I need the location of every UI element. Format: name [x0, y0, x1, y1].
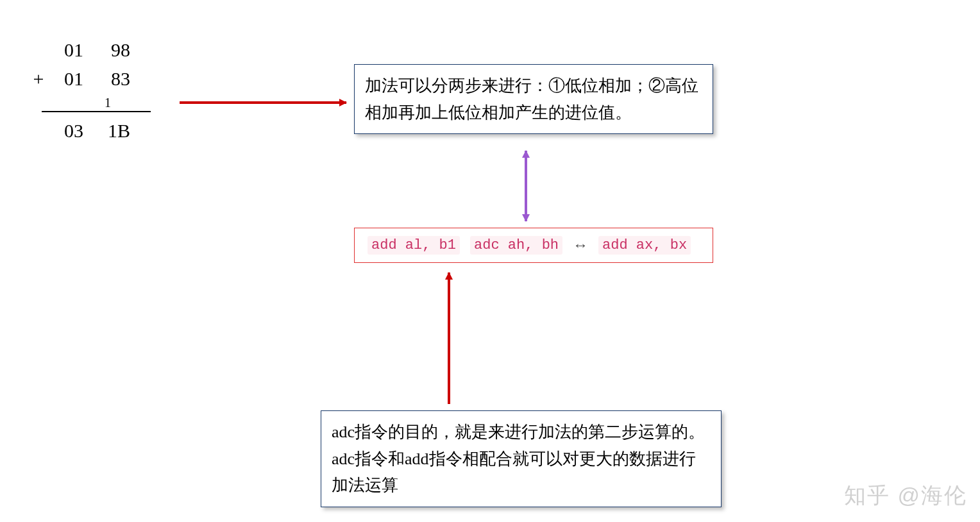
- addend2-low: 83: [95, 64, 130, 93]
- explanation-text-adc: adc指令的目的，就是来进行加法的第二步运算的。adc指令和add指令相配合就可…: [332, 423, 705, 494]
- hex-addition-example: 01 98 + 01 83 1 03 1B: [29, 35, 151, 145]
- explanation-text-steps: 加法可以分两步来进行：①低位相加；②高位相加再加上低位相加产生的进位值。: [365, 76, 698, 122]
- code-adc-ah-bh: adc ah, bh: [470, 236, 562, 255]
- addend2-high: 01: [48, 64, 83, 93]
- result-low: 1B: [95, 116, 130, 145]
- sum-divider: [42, 111, 151, 112]
- explanation-box-steps: 加法可以分两步来进行：①低位相加；②高位相加再加上低位相加产生的进位值。: [354, 64, 713, 134]
- addend1-high: 01: [48, 35, 83, 64]
- plus-sign: +: [29, 64, 48, 93]
- assembly-code-box: add al, b1 adc ah, bh ↔ add ax, bx: [354, 228, 713, 263]
- carry-digit: 1: [105, 93, 117, 112]
- explanation-box-adc: adc指令的目的，就是来进行加法的第二步运算的。adc指令和add指令相配合就可…: [321, 410, 722, 507]
- code-add-al-bl: add al, b1: [368, 236, 460, 255]
- equivalence-arrow-icon: ↔: [573, 237, 588, 254]
- code-add-ax-bx: add ax, bx: [598, 236, 691, 255]
- addend1-low: 98: [95, 35, 130, 64]
- result-high: 03: [48, 116, 83, 145]
- watermark-text: 知乎 @海伦: [844, 481, 967, 510]
